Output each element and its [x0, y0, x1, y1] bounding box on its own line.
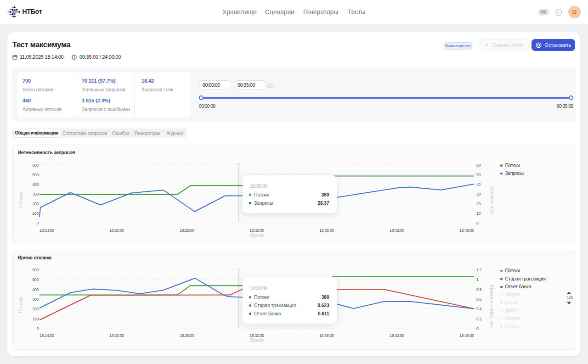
svg-text:1/3: 1/3: [567, 295, 573, 300]
svg-text:18:26:00: 18:26:00: [180, 228, 194, 233]
svg-text:0: 0: [476, 326, 479, 331]
svg-text:400: 400: [32, 287, 39, 292]
svg-text:Время: Время: [250, 232, 265, 238]
svg-text:18:49:00: 18:49:00: [459, 228, 474, 233]
svg-text:20: 20: [476, 202, 481, 206]
svg-text:0.2: 0.2: [476, 317, 482, 321]
svg-text:18:14:00: 18:14:00: [40, 228, 54, 233]
svg-text:0: 0: [476, 221, 479, 225]
svg-text:Время: Время: [250, 337, 265, 343]
svg-text:1.2: 1.2: [476, 268, 482, 272]
svg-text:600: 600: [32, 163, 39, 168]
svg-text:300: 300: [32, 192, 39, 196]
svg-text:18:14:00: 18:14:00: [40, 333, 54, 338]
svg-text:200: 200: [32, 202, 39, 206]
svg-text:50: 50: [476, 173, 481, 177]
svg-text:0.8: 0.8: [476, 287, 482, 292]
svg-text:100: 100: [32, 211, 39, 216]
svg-text:18:38:00: 18:38:00: [319, 228, 334, 233]
svg-text:300: 300: [32, 297, 39, 302]
svg-text:400: 400: [32, 182, 39, 187]
svg-text:18:26:00: 18:26:00: [180, 333, 194, 338]
svg-text:0.4: 0.4: [476, 307, 482, 311]
svg-text:18:20:00: 18:20:00: [109, 228, 124, 233]
svg-text:600: 600: [32, 268, 39, 272]
svg-text:18:42:00: 18:42:00: [390, 333, 404, 338]
svg-text:500: 500: [32, 173, 39, 177]
svg-text:0: 0: [36, 221, 39, 225]
svg-text:18:20:00: 18:20:00: [109, 333, 124, 338]
svg-text:0: 0: [36, 326, 39, 331]
svg-text:18:49:00: 18:49:00: [459, 333, 474, 338]
svg-text:60: 60: [476, 163, 481, 168]
svg-text:0.6: 0.6: [476, 297, 482, 302]
svg-text:18:38:00: 18:38:00: [319, 333, 334, 338]
svg-text:10: 10: [476, 211, 481, 216]
svg-text:18:42:00: 18:42:00: [390, 228, 404, 233]
svg-text:40: 40: [476, 182, 481, 187]
svg-text:30: 30: [476, 192, 481, 196]
svg-text:200: 200: [32, 307, 39, 311]
svg-text:500: 500: [32, 277, 39, 282]
svg-text:100: 100: [32, 317, 39, 321]
svg-text:1: 1: [476, 277, 479, 282]
